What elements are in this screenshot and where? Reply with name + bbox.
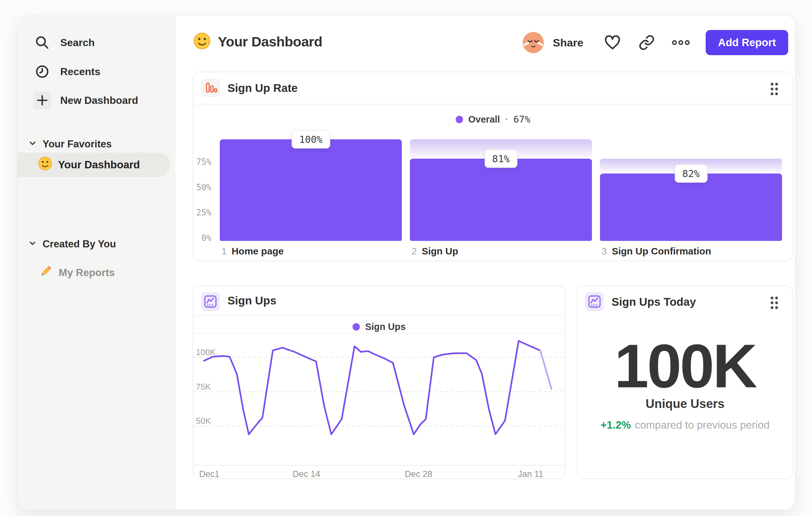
line-legend: Sign Ups <box>193 319 565 334</box>
legend-value: 67% <box>513 114 530 125</box>
funnel-y-tick: 0% <box>193 233 211 243</box>
sidebar-item-label: Your Dashboard <box>58 159 140 171</box>
card-title: Sign Up Rate <box>228 72 298 104</box>
funnel-x-label: 1Home page <box>221 246 284 257</box>
funnel-step-label: Sign Up <box>422 246 458 257</box>
drag-handle-icon[interactable] <box>770 82 779 96</box>
funnel-chart-icon <box>201 78 220 97</box>
smiley-emoji-icon <box>193 32 211 51</box>
sidebar: Search Recents New Dashboard Your Favori… <box>18 16 176 510</box>
divider <box>193 315 565 316</box>
sidebar-item-search[interactable]: Search <box>18 28 176 57</box>
sidebar-section-created-by-you[interactable]: Created By You <box>18 235 176 254</box>
chevron-down-icon <box>28 138 37 150</box>
sign-ups-today-card: Sign Ups Today 100K Unique Users +1.2%co… <box>577 286 793 479</box>
funnel-y-tick: 25% <box>193 208 211 217</box>
metric-delta-note: compared to previous period <box>635 419 770 431</box>
sign-ups-card: Sign Ups Sign Ups 100K75K50K Dec1Dec 14D… <box>193 286 566 479</box>
sidebar-item-label: Search <box>60 37 95 49</box>
card-title: Sign Ups Today <box>612 286 696 318</box>
clock-icon <box>33 62 51 81</box>
funnel-step-number: 2 <box>411 246 417 257</box>
header-actions: Share Add Report <box>523 30 788 55</box>
line-x-tick: Jan 11 <box>518 469 543 479</box>
line-y-tick: 50K <box>196 416 211 426</box>
metric-label: Unique Users <box>577 397 793 411</box>
funnel-value-chip: 81% <box>484 149 517 168</box>
app-window: Search Recents New Dashboard Your Favori… <box>18 16 795 510</box>
sidebar-item-recents[interactable]: Recents <box>18 57 176 86</box>
card-header: Sign Ups <box>193 286 565 315</box>
funnel-value-chip: 82% <box>674 164 707 183</box>
funnel-bar[interactable] <box>410 159 592 241</box>
funnel-y-tick: 50% <box>193 183 211 192</box>
line-chart-plot <box>193 333 565 465</box>
line-x-tick: Dec1 <box>199 469 220 479</box>
drag-handle-icon[interactable] <box>770 296 779 310</box>
sidebar-section-your-favorites[interactable]: Your Favorites <box>18 134 176 154</box>
avatar[interactable] <box>523 32 544 53</box>
line-x-tick: Dec 28 <box>405 469 432 479</box>
funnel-bar[interactable] <box>600 173 782 241</box>
sidebar-item-label: Recents <box>60 66 100 78</box>
funnel-step-number: 1 <box>221 246 227 257</box>
funnel-y-tick: 75% <box>193 157 211 167</box>
pencil-emoji-icon <box>39 264 53 281</box>
sidebar-item-label: New Dashboard <box>60 94 138 106</box>
legend-dot <box>456 116 463 123</box>
line-series-incomplete <box>540 351 552 389</box>
line-y-tick: 75K <box>196 382 211 391</box>
page-title: Your Dashboard <box>218 34 322 50</box>
sidebar-section-label: Created By You <box>42 238 116 250</box>
share-button[interactable]: Share <box>553 36 584 49</box>
funnel-step-label: Home page <box>232 246 284 257</box>
search-icon <box>33 33 51 52</box>
funnel-bar[interactable] <box>220 139 402 241</box>
funnel-x-label: 2Sign Up <box>411 246 458 257</box>
chevron-down-icon <box>28 238 37 250</box>
copy-link-icon[interactable] <box>637 33 656 52</box>
funnel-step-number: 3 <box>602 246 607 257</box>
divider <box>193 104 793 105</box>
line-y-tick: 100K <box>196 347 215 357</box>
sidebar-item-your-dashboard[interactable]: Your Dashboard <box>18 153 170 177</box>
metric-value: 100K <box>577 335 793 397</box>
sign-up-rate-card: Sign Up Rate Overall · 67% 75%50%25%0%10… <box>193 72 793 261</box>
metric-delta: +1.2% <box>601 419 631 431</box>
page-title-group: Your Dashboard <box>193 32 322 51</box>
plot-bottom-border <box>193 465 565 466</box>
metric-delta-row: +1.2%compared to previous period <box>577 419 793 431</box>
smiley-emoji-icon <box>38 156 52 173</box>
line-x-tick: Dec 14 <box>293 469 320 479</box>
plus-icon <box>33 91 51 109</box>
funnel-value-chip: 100% <box>291 130 330 149</box>
main-content: Your Dashboard Share Add Report <box>176 16 795 510</box>
add-report-button[interactable]: Add Report <box>706 30 788 55</box>
funnel-step-label: Sign Up Confirmation <box>612 246 711 257</box>
card-title: Sign Ups <box>228 286 277 315</box>
sidebar-item-my-reports[interactable]: My Reports <box>18 258 176 287</box>
sidebar-item-label: My Reports <box>59 267 115 279</box>
legend-label: Overall <box>468 114 500 125</box>
funnel-legend: Overall · 67% <box>193 112 793 127</box>
funnel-x-label: 3Sign Up Confirmation <box>602 246 711 257</box>
line-chart-icon <box>201 292 220 311</box>
line-chart-icon <box>585 292 604 311</box>
sidebar-section-label: Your Favorites <box>42 138 112 150</box>
more-options-icon[interactable] <box>671 33 690 52</box>
dashboard-page: Search Recents New Dashboard Your Favori… <box>0 0 812 516</box>
favorite-heart-icon[interactable] <box>603 33 622 52</box>
card-header: Sign Ups Today <box>577 286 793 317</box>
sidebar-item-new-dashboard[interactable]: New Dashboard <box>18 86 176 115</box>
line-series[interactable] <box>204 341 540 434</box>
legend-label: Sign Ups <box>365 322 406 332</box>
card-header: Sign Up Rate <box>193 72 793 104</box>
legend-dot <box>352 323 360 331</box>
legend-separator: · <box>505 114 509 125</box>
